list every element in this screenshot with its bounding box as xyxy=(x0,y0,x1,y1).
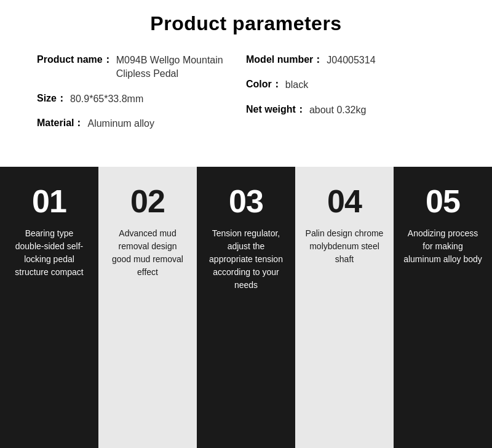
param-label-material: Material： xyxy=(37,117,84,130)
param-row-color: Color： black xyxy=(246,78,455,92)
params-grid: Product name： M094B Wellgo Mountain Clip… xyxy=(25,54,467,142)
param-value-size: 80.9*65*33.8mm xyxy=(70,92,143,106)
param-value-net-weight: about 0.32kg xyxy=(309,103,367,117)
feature-text-3: Tension regulator, adjust the appropriat… xyxy=(207,227,285,292)
param-value-color: black xyxy=(285,78,308,92)
feature-number-1: 01 xyxy=(32,185,66,217)
page-container: Product parameters Product name： M094B W… xyxy=(0,0,492,448)
param-label-size: Size： xyxy=(37,92,66,105)
feature-number-4: 04 xyxy=(327,185,362,217)
param-row-model-number: Model number： J04005314 xyxy=(246,54,455,67)
feature-text-4: Palin design chrome molybdenum steel sha… xyxy=(305,227,384,266)
param-row-product-name: Product name： M094B Wellgo Mountain Clip… xyxy=(37,54,246,81)
param-row-net-weight: Net weight： about 0.32kg xyxy=(246,103,455,117)
feature-card-2: 02 Advanced mud removal design good mud … xyxy=(98,167,197,448)
params-left-col: Product name： M094B Wellgo Mountain Clip… xyxy=(37,54,246,142)
params-right-col: Model number： J04005314 Color： black Net… xyxy=(246,54,455,142)
features-section: 01 Bearing type double-sided self-lockin… xyxy=(0,167,492,448)
feature-number-5: 05 xyxy=(426,185,460,217)
feature-card-5: 05 Anodizing process for making aluminum… xyxy=(394,167,492,448)
param-value-model-number: J04005314 xyxy=(327,54,375,67)
feature-number-3: 03 xyxy=(229,185,263,217)
param-label-color: Color： xyxy=(246,78,282,91)
param-row-material: Material： Aluminum alloy xyxy=(37,117,246,130)
params-section: Product parameters Product name： M094B W… xyxy=(0,0,492,161)
page-title: Product parameters xyxy=(25,12,467,35)
feature-number-2: 02 xyxy=(130,185,165,217)
param-label-net-weight: Net weight： xyxy=(246,103,306,116)
feature-card-4: 04 Palin design chrome molybdenum steel … xyxy=(295,167,394,448)
param-value-product-name: M094B Wellgo Mountain Clipless Pedal xyxy=(116,54,234,81)
feature-text-1: Bearing type double-sided self-locking p… xyxy=(10,227,89,279)
feature-card-1: 01 Bearing type double-sided self-lockin… xyxy=(0,167,98,448)
feature-card-3: 03 Tension regulator, adjust the appropr… xyxy=(197,167,295,448)
param-label-product-name: Product name： xyxy=(37,54,113,66)
param-row-size: Size： 80.9*65*33.8mm xyxy=(37,92,246,106)
param-value-material: Aluminum alloy xyxy=(87,117,154,130)
param-label-model-number: Model number： xyxy=(246,54,323,66)
feature-text-2: Advanced mud removal design good mud rem… xyxy=(108,227,187,279)
feature-text-5: Anodizing process for making aluminum al… xyxy=(403,227,482,266)
